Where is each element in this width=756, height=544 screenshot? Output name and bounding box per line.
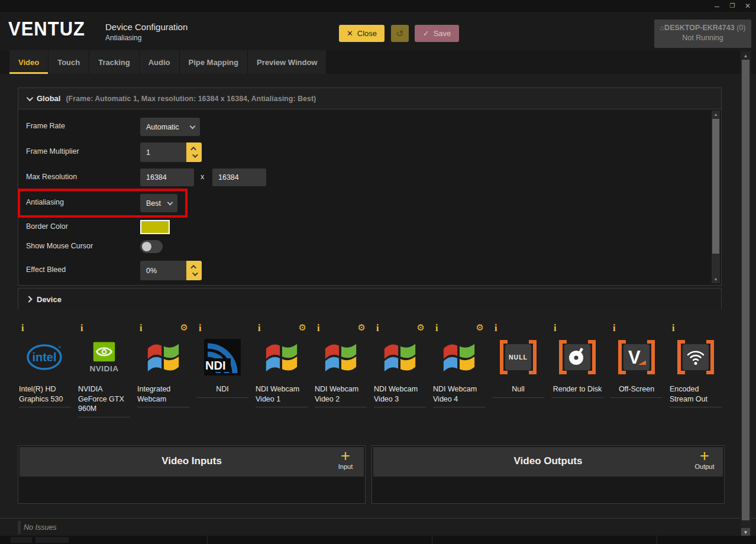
global-section-header[interactable]: Global (Frame: Automatic 1, Max resoluti… [18, 88, 721, 109]
antialiasing-label: Antialiasing [26, 198, 64, 206]
device-settings-gear-icon[interactable]: ⚙ [358, 322, 366, 333]
os-titlebar: – ❐ ✕ [0, 0, 756, 12]
machine-name: DESKTOP-EKR4743 [664, 24, 735, 32]
windows-logo [263, 339, 300, 375]
global-panel-scrollbar[interactable]: ▲ ▼ [712, 111, 720, 283]
device-info-icon[interactable]: i [80, 323, 83, 333]
device-card[interactable]: i⚙Integrated Webcam [136, 319, 190, 420]
minimize-icon[interactable]: – [712, 0, 722, 12]
global-section-panel: Global (Frame: Automatic 1, Max resoluti… [18, 88, 722, 286]
add-output-button[interactable]: + Output [691, 448, 718, 470]
max-resolution-label: Max Resolution [26, 173, 77, 181]
ndi-logo: NDI [204, 339, 241, 375]
device-card[interactable]: iNDINDI [195, 319, 250, 420]
tab-bar: VideoTouchTrackingAudioPipe MappingPrevi… [0, 50, 756, 74]
effect-bleed-input[interactable]: 0% [140, 261, 202, 280]
device-card[interactable]: i⚙NDI Webcam Video 4 [432, 319, 486, 420]
windows-logo [382, 339, 418, 375]
revert-button[interactable]: ↺ [391, 25, 409, 42]
border-color-swatch[interactable] [140, 220, 170, 234]
global-section-title: Global [37, 94, 60, 103]
tab-pipe-mapping[interactable]: Pipe Mapping [180, 50, 248, 74]
device-card[interactable]: i⚙NDI Webcam Video 1 [254, 319, 309, 420]
device-info-icon[interactable]: i [672, 323, 674, 333]
max-resolution-width-field[interactable]: 16384 [140, 169, 194, 186]
frame-rate-dropdown[interactable]: Automatic [140, 118, 200, 136]
device-settings-gear-icon[interactable]: ⚙ [476, 322, 484, 333]
scrollbar-thumb[interactable] [712, 119, 719, 254]
device-info-icon[interactable]: i [199, 323, 201, 333]
render-to-disk-icon [559, 339, 596, 375]
main-scrollbar[interactable]: ▲ ▼ [741, 51, 751, 538]
frame-multiplier-input[interactable]: 1 [140, 143, 202, 162]
scrollbar-thumb[interactable] [742, 60, 749, 520]
device-card-row: iintelIntel(R) HD Graphics 530iNVIDIANVI… [18, 319, 723, 420]
tab-touch[interactable]: Touch [49, 50, 89, 74]
nvidia-logo: NVIDIA [86, 339, 122, 375]
tab-video[interactable]: Video [9, 50, 49, 74]
effect-bleed-label: Effect Bleed [26, 265, 66, 274]
resolution-x-separator: x [201, 173, 204, 181]
tab-preview-window[interactable]: Preview Window [248, 50, 327, 74]
check-icon: ✓ [423, 29, 429, 38]
device-info-icon[interactable]: i [435, 323, 438, 333]
machine-count: (0) [736, 24, 745, 32]
window-close-icon[interactable]: ✕ [743, 0, 752, 12]
frame-multiplier-stepper[interactable] [186, 143, 202, 162]
device-info-icon[interactable]: i [317, 323, 319, 333]
toggle-knob [142, 242, 151, 251]
device-settings-gear-icon[interactable]: ⚙ [180, 322, 188, 333]
machine-status-box[interactable]: ⌂DESKTOP-EKR4743 (0) Not Running [654, 20, 751, 48]
device-info-icon[interactable]: i [554, 323, 556, 333]
windows-logo [322, 339, 359, 375]
device-card[interactable]: i⚙NDI Webcam Video 3 [373, 319, 427, 420]
tab-tracking[interactable]: Tracking [89, 50, 139, 74]
device-card[interactable]: iVOff-Screen [609, 319, 664, 420]
scroll-down-icon[interactable]: ▼ [712, 277, 720, 281]
save-button[interactable]: ✓ Save [415, 25, 459, 42]
device-settings-gear-icon[interactable]: ⚙ [299, 322, 306, 333]
device-label: Null [492, 384, 544, 398]
device-card[interactable]: iNULLNull [491, 319, 545, 420]
device-info-icon[interactable]: i [495, 323, 497, 333]
page-title: Device Configuration [105, 22, 188, 32]
effect-bleed-stepper[interactable] [186, 261, 202, 280]
device-label: Render to Disk [551, 384, 603, 398]
device-info-icon[interactable]: i [21, 323, 24, 333]
device-card[interactable]: iNVIDIANVIDIA GeForce GTX 960M [77, 319, 131, 420]
device-card[interactable]: i⚙NDI Webcam Video 2 [314, 319, 368, 420]
chevron-down-icon [192, 152, 198, 158]
status-bar-grip [18, 521, 21, 534]
chevron-down-icon [167, 200, 173, 206]
device-info-icon[interactable]: i [376, 323, 379, 333]
device-section-header[interactable]: Device [18, 289, 721, 310]
bottom-strip [0, 536, 756, 544]
device-info-icon[interactable]: i [258, 323, 260, 333]
chevron-down-icon [190, 124, 196, 129]
stream-out-icon [677, 339, 714, 375]
device-info-icon[interactable]: i [613, 323, 615, 333]
svg-text:intel: intel [32, 351, 56, 364]
tab-audio[interactable]: Audio [140, 50, 180, 74]
chevron-down-icon [192, 270, 198, 276]
scroll-up-icon[interactable]: ▲ [741, 53, 751, 59]
scroll-up-icon[interactable]: ▲ [712, 112, 720, 116]
close-x-icon: ✕ [347, 29, 353, 38]
chevron-down-icon [27, 94, 33, 101]
show-mouse-cursor-toggle[interactable] [140, 240, 163, 253]
frame-rate-label: Frame Rate [26, 122, 65, 130]
home-icon: ⌂ [660, 24, 665, 32]
add-input-button[interactable]: + Input [332, 448, 359, 470]
device-card[interactable]: iRender to Disk [550, 319, 605, 420]
close-button[interactable]: ✕ Close [339, 25, 385, 42]
device-settings-gear-icon[interactable]: ⚙ [417, 322, 425, 333]
windows-logo [145, 339, 182, 375]
device-info-icon[interactable]: i [140, 323, 142, 333]
device-label: NDI Webcam Video 4 [433, 384, 485, 407]
device-label: Off-Screen [610, 384, 663, 398]
antialiasing-dropdown[interactable]: Best [140, 194, 177, 212]
device-card[interactable]: iintelIntel(R) HD Graphics 530 [18, 319, 72, 420]
device-card[interactable]: iEncoded Stream Out [668, 319, 723, 420]
maximize-icon[interactable]: ❐ [728, 0, 737, 12]
max-resolution-height-field[interactable]: 16384 [212, 169, 266, 186]
